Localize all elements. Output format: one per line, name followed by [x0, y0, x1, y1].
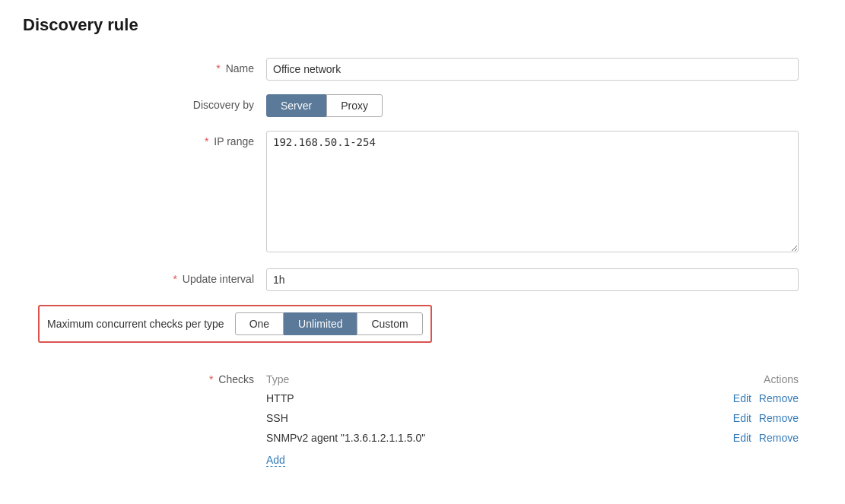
- ip-range-row: * IP range 192.168.50.1-254: [23, 131, 822, 255]
- discovery-by-btn-group: Server Proxy: [266, 94, 799, 117]
- update-interval-row: * Update interval: [23, 268, 822, 291]
- discovery-by-control: Server Proxy: [266, 94, 799, 117]
- check-type-ssh: SSH: [266, 408, 636, 428]
- ip-range-input[interactable]: 192.168.50.1-254: [266, 131, 799, 252]
- table-row: SNMPv2 agent "1.3.6.1.2.1.1.5.0" Edit Re…: [266, 428, 799, 448]
- page-title: Discovery rule: [23, 15, 822, 35]
- actions-col-header: Actions: [636, 370, 799, 388]
- update-interval-label: * Update interval: [23, 268, 266, 285]
- required-star: *: [216, 62, 220, 74]
- discovery-by-proxy-btn[interactable]: Proxy: [326, 94, 383, 117]
- concurrent-checks-label: Maximum concurrent checks per type: [47, 318, 224, 330]
- type-col-header: Type: [266, 370, 636, 388]
- table-row: HTTP Edit Remove: [266, 388, 799, 408]
- checks-table-header: Type Actions: [266, 370, 799, 388]
- name-field-container: [266, 58, 799, 81]
- table-row: SSH Edit Remove: [266, 408, 799, 428]
- check-type-snmp: SNMPv2 agent "1.3.6.1.2.1.1.5.0": [266, 428, 636, 448]
- remove-ssh-link[interactable]: Remove: [759, 412, 799, 424]
- edit-ssh-link[interactable]: Edit: [733, 412, 751, 424]
- checks-table-container: Type Actions HTTP Edit Remove SSH Edit: [266, 370, 799, 466]
- name-label: * Name: [23, 58, 266, 74]
- check-actions-snmp: Edit Remove: [636, 428, 799, 448]
- concurrent-checks-unlimited-btn[interactable]: Unlimited: [284, 312, 357, 335]
- ip-range-control: 192.168.50.1-254: [266, 131, 799, 255]
- remove-http-link[interactable]: Remove: [759, 392, 799, 404]
- checks-table: Type Actions HTTP Edit Remove SSH Edit: [266, 370, 799, 448]
- checks-row: * Checks Type Actions HTTP Edit Remove: [23, 370, 822, 466]
- add-check-link[interactable]: Add: [266, 454, 285, 467]
- update-interval-input[interactable]: [266, 268, 799, 291]
- required-star-checks: *: [209, 373, 213, 385]
- concurrent-checks-row: Maximum concurrent checks per type One U…: [38, 305, 432, 343]
- concurrent-checks-btn-group: One Unlimited Custom: [235, 312, 423, 335]
- discovery-by-label: Discovery by: [23, 94, 266, 111]
- remove-snmp-link[interactable]: Remove: [759, 432, 799, 444]
- update-interval-control: [266, 268, 799, 291]
- required-star-update: *: [173, 273, 176, 285]
- check-actions-ssh: Edit Remove: [636, 408, 799, 428]
- edit-snmp-link[interactable]: Edit: [733, 432, 751, 444]
- concurrent-checks-one-btn[interactable]: One: [235, 312, 284, 335]
- check-actions-http: Edit Remove: [636, 388, 799, 408]
- discovery-by-row: Discovery by Server Proxy: [23, 94, 822, 117]
- concurrent-checks-wrapper: Maximum concurrent checks per type One U…: [30, 305, 822, 357]
- name-input[interactable]: [266, 58, 799, 81]
- edit-http-link[interactable]: Edit: [733, 392, 751, 404]
- required-star-ip: *: [205, 135, 208, 147]
- ip-range-label: * IP range: [23, 131, 266, 147]
- check-type-http: HTTP: [266, 388, 636, 408]
- name-row: * Name: [23, 58, 822, 81]
- discovery-by-server-btn[interactable]: Server: [266, 94, 326, 117]
- concurrent-checks-custom-btn[interactable]: Custom: [357, 312, 422, 335]
- add-check-container: Add: [266, 454, 799, 466]
- checks-label: * Checks: [23, 370, 266, 385]
